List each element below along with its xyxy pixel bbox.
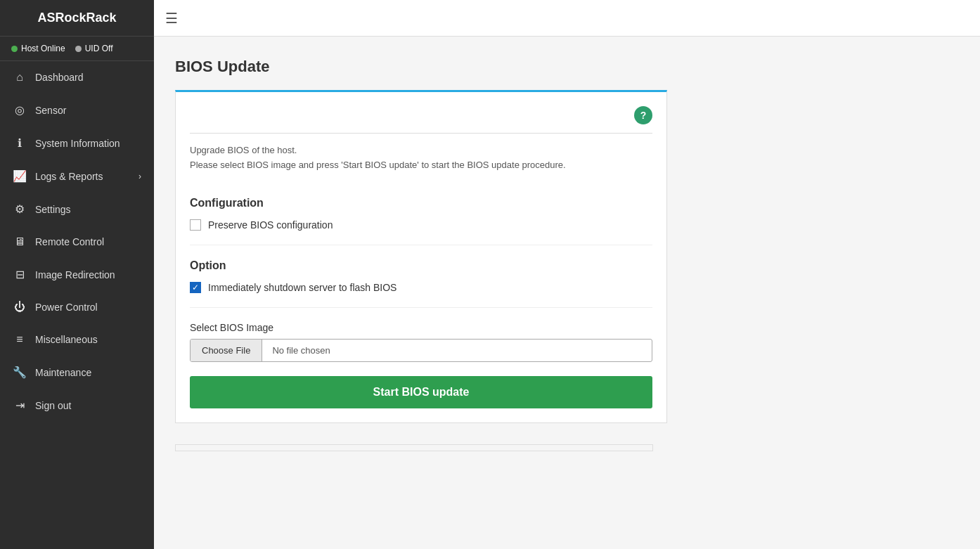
divider2	[190, 307, 652, 308]
status-bar: Host Online UID Off	[0, 37, 154, 61]
sidebar-item-system-information[interactable]: ℹ System Information	[0, 127, 154, 160]
no-file-text: No file chosen	[262, 340, 652, 361]
preserve-config-row[interactable]: Preserve BIOS configuration	[190, 219, 652, 231]
info-line1: Upgrade BIOS of the host.	[190, 143, 652, 158]
choose-file-button[interactable]: Choose File	[191, 340, 262, 361]
sidebar-item-sign-out[interactable]: ⇥ Sign out	[0, 389, 154, 422]
chevron-right-icon: ›	[138, 172, 141, 181]
file-input-row: Choose File No file chosen	[190, 339, 652, 362]
sidebar-item-sensor[interactable]: ◎ Sensor	[0, 93, 154, 127]
preserve-label: Preserve BIOS configuration	[208, 219, 333, 231]
sidebar-item-label: Sensor	[35, 105, 66, 116]
image-icon: ⊟	[13, 268, 27, 281]
sidebar-item-maintenance[interactable]: 🔧 Maintenance	[0, 356, 154, 389]
host-status-label: Host Online	[21, 44, 65, 53]
bottom-bar	[175, 444, 653, 451]
sidebar-item-label: Dashboard	[35, 72, 84, 83]
info-line2: Please select BIOS image and press 'Star…	[190, 158, 652, 173]
uid-status-dot	[75, 46, 82, 52]
help-row: ?	[190, 106, 652, 124]
shutdown-label: Immediately shutdown server to flash BIO…	[208, 282, 396, 293]
power-icon: ⏻	[13, 301, 27, 314]
sensor-icon: ◎	[13, 103, 27, 117]
brand-title: ASRockRack	[0, 0, 154, 37]
misc-icon: ≡	[13, 333, 27, 346]
chart-icon: 📈	[13, 169, 27, 183]
sidebar-item-label: Logs & Reports	[35, 171, 103, 182]
uid-status: UID Off	[75, 44, 113, 53]
select-bios-label: Select BIOS Image	[190, 322, 652, 333]
sidebar-item-dashboard[interactable]: ⌂ Dashboard	[0, 61, 154, 93]
sidebar-item-label: Remote Control	[35, 236, 104, 247]
topbar: ☰	[154, 0, 980, 37]
dashboard-icon: ⌂	[13, 71, 27, 84]
option-title: Option	[190, 259, 652, 272]
sidebar-item-logs-reports[interactable]: 📈 Logs & Reports ›	[0, 160, 154, 193]
sidebar-item-label: Miscellaneous	[35, 334, 98, 345]
sidebar-item-miscellaneous[interactable]: ≡ Miscellaneous	[0, 323, 154, 356]
content-area: BIOS Update ? Upgrade BIOS of the host. …	[154, 37, 980, 549]
configuration-section: Configuration Preserve BIOS configuratio…	[190, 197, 652, 231]
sidebar-item-label: Power Control	[35, 302, 98, 313]
sidebar-item-label: Settings	[35, 204, 71, 215]
host-status: Host Online	[11, 44, 65, 53]
monitor-icon: 🖥	[13, 235, 27, 248]
sidebar-item-remote-control[interactable]: 🖥 Remote Control	[0, 226, 154, 258]
option-section: Option ✓ Immediately shutdown server to …	[190, 259, 652, 293]
sidebar-item-label: Maintenance	[35, 367, 91, 378]
file-section: Select BIOS Image Choose File No file ch…	[190, 322, 652, 362]
hamburger-menu[interactable]: ☰	[165, 10, 178, 27]
wrench-icon: 🔧	[13, 366, 27, 379]
info-box: Upgrade BIOS of the host. Please select …	[190, 133, 652, 183]
sidebar-item-power-control[interactable]: ⏻ Power Control	[0, 291, 154, 323]
sidebar-item-label: Sign out	[35, 400, 71, 411]
configuration-title: Configuration	[190, 197, 652, 209]
sidebar-item-image-redirection[interactable]: ⊟ Image Redirection	[0, 258, 154, 291]
sidebar: ASRockRack Host Online UID Off ⌂ Dashboa…	[0, 0, 154, 549]
signout-icon: ⇥	[13, 399, 27, 412]
sidebar-item-label: Image Redirection	[35, 269, 115, 280]
start-bios-update-button[interactable]: Start BIOS update	[190, 376, 652, 408]
divider1	[190, 245, 652, 245]
main-content: ☰ BIOS Update ? Upgrade BIOS of the host…	[154, 0, 980, 549]
preserve-checkbox[interactable]	[190, 219, 201, 231]
uid-status-label: UID Off	[85, 44, 113, 53]
host-status-dot	[11, 46, 18, 52]
info-icon: ℹ	[13, 136, 27, 150]
shutdown-row[interactable]: ✓ Immediately shutdown server to flash B…	[190, 282, 652, 293]
sidebar-item-label: System Information	[35, 138, 120, 149]
page-title: BIOS Update	[175, 58, 959, 76]
sidebar-item-settings[interactable]: ⚙ Settings	[0, 193, 154, 226]
settings-icon: ⚙	[13, 202, 27, 216]
bios-update-card: ? Upgrade BIOS of the host. Please selec…	[175, 90, 667, 423]
shutdown-checkbox[interactable]: ✓	[190, 282, 201, 293]
help-icon[interactable]: ?	[634, 106, 652, 124]
nav-list: ⌂ Dashboard ◎ Sensor ℹ System Informatio…	[0, 61, 154, 422]
